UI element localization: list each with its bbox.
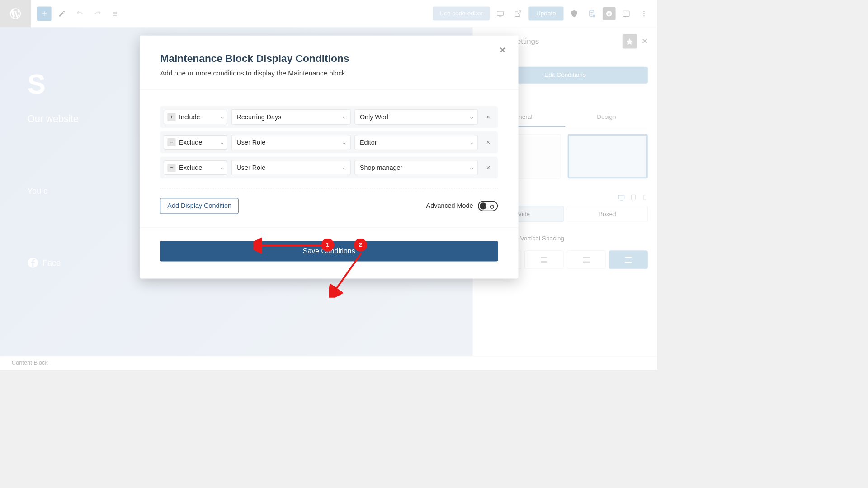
chevron-down-icon: ⌵ (343, 114, 345, 120)
spacing-opt-4[interactable] (609, 250, 648, 269)
add-display-condition-button[interactable]: Add Display Condition (160, 198, 238, 214)
save-conditions-button[interactable]: Save Conditions (160, 241, 498, 261)
svg-text:B: B (608, 11, 611, 16)
plus-icon (40, 9, 48, 18)
condition-type-select[interactable]: User Role⌵ (231, 135, 351, 150)
condition-row: − Exclude ⌵ User Role⌵ Editor⌵ × (160, 131, 498, 153)
svg-rect-20 (625, 257, 632, 258)
condition-row: − Exclude ⌵ User Role⌵ Shop manager⌵ × (160, 157, 498, 178)
modal-header: Maintenance Block Display Conditions Add… (140, 36, 519, 89)
plus-icon: + (167, 113, 175, 121)
edit-button[interactable] (55, 6, 69, 21)
mode-label: Exclude (179, 139, 217, 146)
svg-rect-12 (632, 195, 636, 200)
minus-icon: − (167, 138, 175, 146)
desktop-preview-button[interactable] (493, 6, 507, 21)
svg-rect-16 (541, 257, 547, 258)
chevron-down-icon: ⌵ (470, 114, 473, 120)
remove-condition-button[interactable]: × (482, 164, 494, 171)
svg-rect-17 (541, 261, 547, 263)
top-toolbar: Use code editor Update B (0, 0, 657, 28)
remove-condition-button[interactable]: × (482, 113, 494, 121)
wp-logo[interactable] (0, 0, 31, 27)
facebook-icon (28, 257, 38, 268)
spacing-opt-3[interactable] (567, 250, 606, 269)
svg-point-1 (589, 10, 594, 12)
chevron-down-icon: ⌵ (343, 140, 345, 145)
minus-icon: − (167, 164, 175, 172)
pill-boxed[interactable]: Boxed (567, 206, 648, 222)
include-exclude-select[interactable]: − Exclude ⌵ (164, 160, 227, 175)
condition-type-select[interactable]: User Role⌵ (231, 160, 351, 175)
breadcrumb: Content Block (0, 356, 657, 370)
condition-value-select[interactable]: Only Wed⌵ (355, 109, 478, 124)
spacing-icon (541, 257, 547, 263)
device-icons (618, 194, 648, 202)
condition-value-select[interactable]: Editor⌵ (355, 135, 478, 150)
svg-point-7 (643, 11, 644, 12)
svg-rect-18 (583, 257, 590, 258)
chevron-down-icon: ⌵ (221, 114, 223, 120)
sidebar-close-button[interactable]: ✕ (642, 37, 648, 46)
dots-icon (640, 10, 648, 18)
chevron-down-icon: ⌵ (221, 165, 223, 170)
toolbar-left (37, 6, 123, 21)
condition-type-select[interactable]: Recurring Days⌵ (231, 109, 351, 124)
spacing-icon (583, 257, 590, 263)
include-exclude-select[interactable]: − Exclude ⌵ (164, 135, 227, 150)
panel-icon (622, 9, 630, 18)
tablet-icon[interactable] (630, 194, 637, 202)
database-button[interactable] (585, 6, 599, 21)
redo-icon (94, 10, 102, 18)
mode-label: Include (179, 113, 217, 121)
code-editor-button[interactable]: Use code editor (433, 6, 490, 20)
layout-card-2[interactable] (567, 134, 648, 178)
chevron-down-icon: ⌵ (343, 165, 345, 170)
shield-icon (570, 9, 578, 18)
display-conditions-modal: Maintenance Block Display Conditions Add… (140, 36, 519, 279)
spacing-opt-2[interactable] (524, 250, 563, 269)
include-exclude-select[interactable]: + Include ⌵ (164, 110, 227, 124)
toolbar-right: Use code editor Update B (433, 6, 657, 21)
condition-value-select[interactable]: Shop manager⌵ (355, 160, 478, 175)
desktop-icon (496, 9, 504, 18)
list-icon (112, 10, 119, 18)
dashed-divider (160, 188, 498, 189)
tab-design[interactable]: Design (565, 108, 648, 127)
mode-label: Exclude (179, 164, 217, 172)
undo-button[interactable] (73, 6, 87, 21)
open-link-button[interactable] (511, 6, 525, 21)
more-button[interactable] (637, 6, 651, 21)
svg-point-8 (643, 13, 644, 14)
mobile-icon[interactable] (642, 194, 648, 202)
update-button[interactable]: Update (528, 6, 563, 20)
modal-subtitle: Add one or more conditions to display th… (160, 69, 498, 77)
add-condition-row: Add Display Condition Advanced Mode (160, 198, 498, 214)
desktop-icon[interactable] (618, 194, 625, 202)
remove-condition-button[interactable]: × (482, 138, 494, 146)
svg-rect-19 (583, 262, 590, 263)
condition-row: + Include ⌵ Recurring Days⌵ Only Wed⌵ × (160, 106, 498, 128)
star-icon (626, 38, 633, 45)
redo-button[interactable] (90, 6, 105, 21)
shield-button[interactable] (567, 6, 581, 21)
wordpress-icon (9, 7, 22, 20)
add-block-button[interactable] (37, 6, 52, 21)
advanced-mode-label: Advanced Mode (426, 202, 473, 210)
chevron-down-icon: ⌵ (470, 140, 473, 145)
external-link-icon (514, 10, 522, 18)
advanced-mode-toggle[interactable] (478, 201, 498, 211)
sidebar-toggle-button[interactable] (619, 6, 633, 21)
spacing-icon (625, 257, 632, 263)
svg-rect-11 (618, 195, 624, 199)
favorite-button[interactable] (623, 34, 637, 49)
chevron-down-icon: ⌵ (470, 165, 473, 170)
modal-close-button[interactable]: ✕ (499, 45, 506, 55)
svg-rect-13 (643, 195, 646, 200)
b-icon-button[interactable]: B (603, 7, 616, 20)
undo-icon (76, 10, 84, 18)
svg-rect-5 (623, 11, 629, 16)
svg-point-2 (593, 14, 595, 17)
list-view-button[interactable] (108, 6, 123, 21)
svg-rect-0 (497, 11, 504, 15)
